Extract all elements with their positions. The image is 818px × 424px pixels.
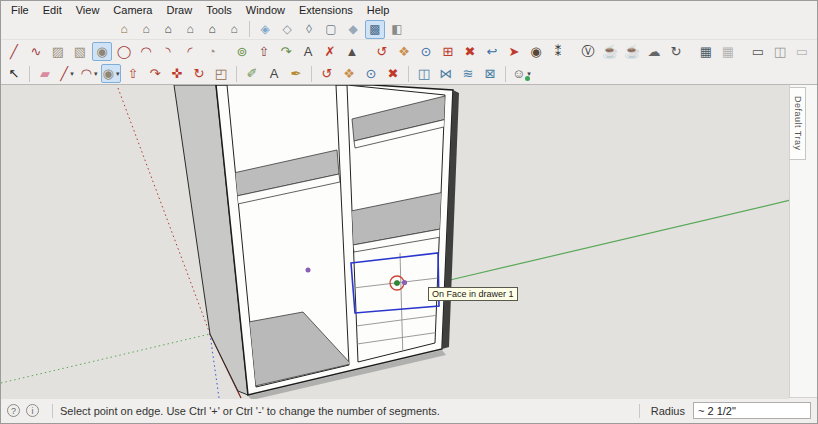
menu-camera[interactable]: Camera <box>106 3 159 17</box>
vfb-settings-button[interactable]: ◫ <box>770 42 790 61</box>
follow-me-tool-button[interactable]: ↷ <box>145 64 165 83</box>
circle-tool-button[interactable]: ◉ <box>92 42 112 61</box>
frame-buffer-button[interactable]: ▦ <box>696 42 716 61</box>
lock-viewport-button[interactable]: ▣ <box>814 42 818 61</box>
circle-tool-flyout-dropdown[interactable]: ▾ <box>116 70 120 78</box>
menu-window[interactable]: Window <box>239 3 292 17</box>
circle-tool-icon: ◉ <box>96 45 107 58</box>
rotate-tool-button[interactable]: ↻ <box>189 64 209 83</box>
tape-measure-tool-icon: ✐ <box>247 67 258 80</box>
pan-tool-button[interactable]: ❖ <box>394 42 414 61</box>
measurement-divider <box>639 404 640 418</box>
two-point-arc-tool-button[interactable]: ◝ <box>158 42 178 61</box>
rectangle-tool-button[interactable]: ▨ <box>48 42 68 61</box>
model-viewport[interactable] <box>1 85 789 399</box>
offset-tool-button[interactable]: ⊚ <box>232 42 252 61</box>
eraser-tool-button[interactable]: ▰ <box>35 64 55 83</box>
style-shaded-textures-button[interactable]: ▩ <box>365 20 385 39</box>
view-top-button[interactable]: ⌂ <box>136 20 156 39</box>
3d-text-tool-button[interactable]: ▲ <box>342 42 362 61</box>
render-teapot-button[interactable]: ☕ <box>600 42 620 61</box>
zoom-tool-button[interactable]: ⊙ <box>416 42 436 61</box>
menu-extensions[interactable]: Extensions <box>292 3 360 17</box>
view-iso-button[interactable]: ⌂ <box>114 20 134 39</box>
polygon-tool-button[interactable]: ◯ <box>114 42 134 61</box>
zoom-extents-tool-button[interactable]: ✖ <box>460 42 480 61</box>
vray-logo-button[interactable]: Ⓥ <box>578 42 598 61</box>
menu-draw[interactable]: Draw <box>159 3 199 17</box>
position-camera-tool-button[interactable]: ➤ <box>504 42 524 61</box>
cloud-batch-button[interactable]: ▭ <box>792 42 812 61</box>
zoom-extents-tool-button[interactable]: ✖ <box>383 64 403 83</box>
zoom-previous-tool-button[interactable]: ↩ <box>482 42 502 61</box>
move-tool-button[interactable]: ✜ <box>167 64 187 83</box>
freehand-tool-button[interactable]: ∿ <box>26 42 46 61</box>
arc-tool-button[interactable]: ◠ <box>136 42 156 61</box>
follow-me-tool-button[interactable]: ↷ <box>276 42 296 61</box>
asset-editor-button[interactable]: ▭ <box>748 42 768 61</box>
cosmos-sync-button[interactable]: ↻ <box>666 42 686 61</box>
zoom-tool-icon: ⊙ <box>421 45 432 58</box>
view-left-icon: ⌂ <box>230 23 237 35</box>
menu-file[interactable]: File <box>4 3 36 17</box>
push-pull-tool-button[interactable]: ⇧ <box>254 42 274 61</box>
style-back-edges-button[interactable]: ◇ <box>277 20 297 39</box>
section-cut-toggle-button[interactable]: ≋ <box>458 64 478 83</box>
axes-tool-button[interactable]: ✗ <box>320 42 340 61</box>
pie-tool-button[interactable]: ◔ <box>202 42 222 61</box>
style-xray-button[interactable]: ◈ <box>255 20 275 39</box>
follow-me-tool-icon: ↷ <box>150 67 161 80</box>
account-button[interactable]: ☺▾ <box>511 64 532 83</box>
pan-tool-button[interactable]: ❖ <box>339 64 359 83</box>
cabinet-model[interactable] <box>174 85 459 399</box>
push-pull-tool-button[interactable]: ⇧ <box>123 64 143 83</box>
section-fill-toggle-button[interactable]: ⊠ <box>480 64 500 83</box>
orbit-tool-button[interactable]: ↺ <box>372 42 392 61</box>
push-pull-tool-icon: ⇧ <box>259 45 270 58</box>
three-point-arc-tool-button[interactable]: ◜ <box>180 42 200 61</box>
text-tool-button[interactable]: A <box>298 42 318 61</box>
frame-buffer-secondary-button[interactable]: ▦ <box>718 42 738 61</box>
select-tool-button[interactable]: ↖ <box>4 64 24 83</box>
walk-tool-button[interactable]: ⁑ <box>548 42 568 61</box>
offset-tool-icon: ⊚ <box>237 45 248 58</box>
style-hidden-line-button[interactable]: ▢ <box>321 20 341 39</box>
menu-tools[interactable]: Tools <box>199 3 239 17</box>
view-left-button[interactable]: ⌂ <box>224 20 244 39</box>
arc-tool-flyout-button[interactable]: ◠▾ <box>79 64 99 83</box>
rotated-rectangle-tool-icon: ▧ <box>74 45 86 58</box>
drawing-canvas[interactable]: On Face in drawer 1 <box>1 85 789 399</box>
paint-bucket-tool-button[interactable]: ✒ <box>286 64 306 83</box>
zoom-window-tool-button[interactable]: ⊞ <box>438 42 458 61</box>
circle-tool-flyout-button[interactable]: ◉▾ <box>101 64 121 83</box>
menu-view[interactable]: View <box>69 3 107 17</box>
view-right-button[interactable]: ⌂ <box>180 20 200 39</box>
text-tool-button[interactable]: A <box>264 64 284 83</box>
section-plane-tool-button[interactable]: ◫ <box>414 64 434 83</box>
scale-tool-button[interactable]: ◰ <box>211 64 231 83</box>
default-tray-tab[interactable]: Default Tray <box>790 87 806 160</box>
menu-help[interactable]: Help <box>360 3 397 17</box>
zoom-tool-button[interactable]: ⊙ <box>361 64 381 83</box>
line-tool-flyout-button[interactable]: ╱▾ <box>57 64 77 83</box>
view-back-button[interactable]: ⌂ <box>202 20 222 39</box>
style-shaded-button[interactable]: ◆ <box>343 20 363 39</box>
help-icon[interactable]: ? <box>7 404 20 417</box>
tape-measure-tool-button[interactable]: ✐ <box>242 64 262 83</box>
component-origin-point <box>306 268 311 273</box>
context-info-icon[interactable]: i <box>26 404 39 417</box>
orbit-tool-button[interactable]: ↺ <box>317 64 337 83</box>
arc-tool-flyout-dropdown[interactable]: ▾ <box>94 70 98 78</box>
menu-edit[interactable]: Edit <box>36 3 69 17</box>
measurement-input[interactable] <box>693 402 811 419</box>
line-tool-button[interactable]: ╱ <box>4 42 24 61</box>
chaos-cloud-button[interactable]: ☁ <box>644 42 664 61</box>
look-around-tool-button[interactable]: ◉ <box>526 42 546 61</box>
rotated-rectangle-tool-button[interactable]: ▧ <box>70 42 90 61</box>
style-wireframe-button[interactable]: ◊ <box>299 20 319 39</box>
section-display-toggle-button[interactable]: ⋈ <box>436 64 456 83</box>
render-interactive-button[interactable]: ☕ <box>622 42 642 61</box>
line-tool-flyout-dropdown[interactable]: ▾ <box>70 70 74 78</box>
style-monochrome-button[interactable]: ◧ <box>387 20 407 39</box>
view-front-button[interactable]: ⌂ <box>158 20 178 39</box>
